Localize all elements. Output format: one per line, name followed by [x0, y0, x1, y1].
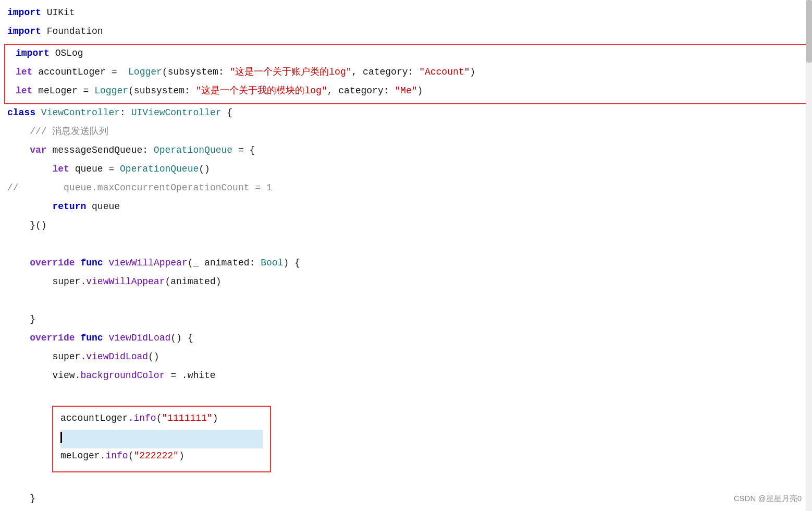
- code-line-13: [0, 237, 812, 256]
- code-line-7: /// 消息发送队列: [0, 124, 812, 143]
- code-line-5: let meLoger = Logger(subsystem: "这是一个关于我…: [8, 83, 804, 102]
- red-box-container-2: accountLoger.info("1111111") meLoger.inf…: [0, 406, 812, 472]
- scrollbar-thumb[interactable]: [806, 0, 812, 63]
- red-box-highlight-1: import OSLog let accountLoger = Logger(s…: [4, 44, 808, 104]
- watermark: CSDN @星星月亮0: [734, 492, 802, 505]
- code-line-9: let queue = OperationQueue(): [0, 162, 812, 180]
- code-line-20: view.backgroundColor = .white: [0, 368, 812, 387]
- keyword-import: import: [7, 5, 41, 20]
- code-line-8: var messageSendQueue: OperationQueue = {: [0, 143, 812, 162]
- code-line-14: override func viewWillAppear(_ animated:…: [0, 256, 812, 274]
- code-line-21: [0, 387, 812, 406]
- code-line-18: override func viewDidLoad() {: [0, 331, 812, 349]
- code-line-6: class ViewController: UIViewController {: [0, 105, 812, 124]
- code-line-12: }(): [0, 218, 812, 237]
- code-line-16: [0, 293, 812, 312]
- code-line-17: }: [0, 312, 812, 331]
- code-line-2: import Foundation: [0, 24, 812, 43]
- code-line-1: import UIKit: [0, 5, 812, 24]
- code-line-26: }: [0, 491, 812, 510]
- code-line-19: super.viewDidLoad(): [0, 349, 812, 368]
- scrollbar[interactable]: [806, 0, 812, 511]
- red-box-highlight-2: accountLoger.info("1111111") meLoger.inf…: [52, 406, 271, 472]
- code-line-25: [0, 472, 812, 491]
- code-line-22: accountLoger.info("1111111"): [60, 411, 263, 430]
- cursor-line: [60, 430, 263, 448]
- code-line-3: import OSLog: [8, 46, 804, 65]
- code-line-24: meLoger.info("222222"): [60, 448, 263, 467]
- code-editor: import UIKit import Foundation import OS…: [0, 0, 812, 511]
- code-line-15: super.viewWillAppear(animated): [0, 274, 812, 293]
- code-line-4: let accountLoger = Logger(subsystem: "这是…: [8, 65, 804, 83]
- code-line-11: return queue: [0, 199, 812, 218]
- code-line-10: // queue.maxConcurrentOperationCount = 1: [0, 180, 812, 199]
- text-cursor: [60, 432, 62, 443]
